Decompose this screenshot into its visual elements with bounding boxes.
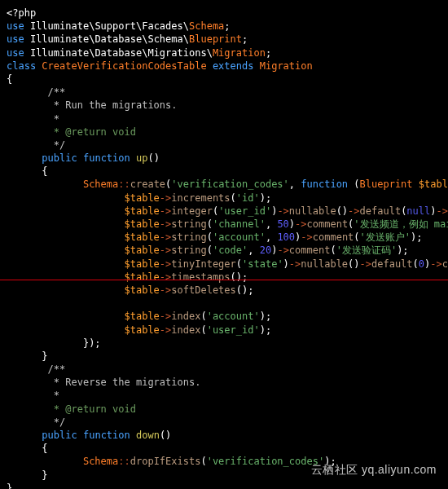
p: ( (207, 218, 213, 230)
op: -> (277, 205, 288, 217)
doc: */ (48, 139, 66, 151)
op: -> (295, 218, 306, 230)
var: $table (125, 284, 160, 296)
p: () (236, 284, 248, 296)
php-open-tag: <?php (7, 7, 36, 19)
var: $table (125, 244, 160, 256)
op: :: (118, 456, 130, 467)
p: ( (236, 258, 242, 270)
p: ) (283, 258, 289, 270)
kw-use: use (7, 33, 24, 45)
s: '发送账户' (360, 231, 411, 243)
brace: { (42, 443, 47, 454)
m: default (360, 205, 402, 217)
doc-tag: * @return void (48, 126, 136, 138)
base-class: Migration (260, 60, 313, 72)
brace: { (42, 165, 47, 177)
m: softDeletes (171, 284, 235, 296)
m: tinyInteger (171, 258, 235, 270)
p: ; (242, 33, 248, 45)
kw-public: public (42, 430, 77, 441)
fn-down: down (136, 430, 160, 441)
p: , (248, 244, 259, 256)
op: -> (348, 205, 359, 217)
var: $table (125, 205, 160, 217)
op: -> (160, 218, 171, 230)
watermark-right: yq.aliyun.com (362, 463, 437, 476)
s: '发送验证码' (336, 244, 397, 256)
ns: Illuminate\Support\Facades\ (30, 20, 189, 32)
op: -> (301, 231, 312, 243)
p: ( (231, 192, 236, 204)
class-name: CreateVerificationCodesTable (42, 60, 206, 72)
kw-extends: extends (213, 60, 254, 72)
kw-fn: function (83, 152, 130, 164)
kw-class: class (7, 60, 36, 72)
watermark-left: 云栖社区 (311, 463, 358, 476)
m: comment (307, 218, 349, 230)
m: nullable (301, 258, 348, 270)
op: -> (277, 244, 288, 256)
doc: * Run the migrations. (48, 99, 178, 111)
m: timestamps (171, 271, 230, 283)
doc: * (48, 390, 59, 401)
p: ); (260, 311, 271, 322)
brace: } (42, 350, 47, 362)
op: -> (160, 244, 171, 256)
p: ( (413, 258, 419, 270)
s: 'account' (213, 231, 266, 243)
cls: Schema (189, 20, 224, 32)
s: 'channel' (213, 218, 266, 230)
m: default (371, 258, 413, 270)
code-block: <?php use Illuminate\Support\Facades\Sch… (7, 7, 441, 489)
m: integer (171, 205, 213, 217)
annotation-redline (0, 280, 448, 280)
brace: } (7, 482, 12, 489)
var: $table (125, 192, 160, 204)
watermark: 云栖社区 yq.aliyun.com (311, 462, 437, 478)
s: 'verification_codes' (207, 456, 325, 467)
op: -> (160, 284, 171, 296)
p: ( (354, 231, 359, 243)
p: , (266, 218, 277, 230)
p: () (160, 430, 171, 441)
cls: Blueprint (189, 33, 242, 45)
p: ( (330, 244, 336, 256)
p: ); (411, 231, 422, 243)
op: -> (430, 258, 441, 270)
p: }); (83, 337, 101, 349)
m: string (171, 231, 206, 243)
s: 'user_id' (207, 324, 260, 336)
p: ; (248, 284, 253, 296)
doc: */ (48, 416, 66, 428)
p: () (336, 205, 348, 217)
op: -> (160, 324, 171, 336)
var: $table (125, 324, 160, 336)
m: increments (171, 192, 230, 204)
s: 'user_id' (218, 205, 271, 217)
p: ); (260, 324, 271, 336)
kw-fn: function (83, 430, 130, 441)
num: 20 (260, 244, 271, 256)
op: -> (160, 231, 171, 243)
p: ) (289, 218, 295, 230)
doc: /** (48, 86, 66, 98)
s: 'id' (236, 192, 260, 204)
op: -> (160, 192, 171, 204)
var: $table (125, 311, 160, 322)
var: $table (125, 231, 160, 243)
m: nullable (289, 205, 336, 217)
p: ; (242, 271, 248, 283)
kw-fn: function (301, 178, 348, 190)
p: ( (354, 178, 359, 190)
s: 'verification_codes' (171, 178, 289, 190)
p: () (231, 271, 242, 283)
m: index (171, 324, 200, 336)
kw-public: public (42, 152, 77, 164)
ns: Illuminate\Database\Migrations\ (30, 47, 213, 59)
var: $table (125, 258, 160, 270)
brace: } (42, 469, 47, 481)
brace: { (7, 73, 12, 85)
var: $table (419, 178, 448, 190)
s: 'code' (213, 244, 248, 256)
